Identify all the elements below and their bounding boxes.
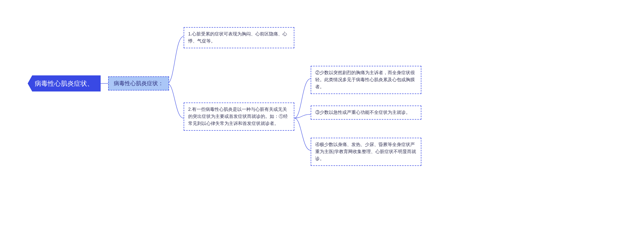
level1-label: 病毒性心肌炎症状： (114, 80, 164, 87)
mindmap-leaf-node-2[interactable]: 2.有一些病毒性心肌炎是以一种与心脏有关或无关的突出症状为主要或首发症状而就诊的… (184, 103, 294, 131)
leaf-label: 2.有一些病毒性心肌炎是以一种与心脏有关或无关的突出症状为主要或首发症状而就诊的… (188, 106, 290, 127)
leaf-label: ②少数以突然剧烈的胸痛为主诉者，而全身症状很轻。此类情况多见于病毒性心肌炎累及心… (315, 69, 417, 90)
leaf-label: ④极少数以身痛、发热、少尿、昏厥等全身症状严重为主医|学教育网收集整理、心脏症状… (315, 141, 417, 162)
mindmap-leaf-node-5[interactable]: ④极少数以身痛、发热、少尿、昏厥等全身症状严重为主医|学教育网收集整理、心脏症状… (311, 138, 421, 166)
root-label: 病毒性心肌炎症状、 (35, 79, 94, 88)
mindmap-leaf-node-3[interactable]: ②少数以突然剧烈的胸痛为主诉者，而全身症状很轻。此类情况多见于病毒性心肌炎累及心… (311, 66, 421, 94)
mindmap-level1-node[interactable]: 病毒性心肌炎症状： (108, 76, 169, 90)
mindmap-root-node[interactable]: 病毒性心肌炎症状、 (28, 75, 101, 91)
leaf-label: 1.心脏受累的症状可表现为胸闷、心前区隐痛、心悸、气促等。 (188, 31, 290, 45)
mindmap-leaf-node-1[interactable]: 1.心脏受累的症状可表现为胸闷、心前区隐痛、心悸、气促等。 (184, 27, 294, 48)
mindmap-leaf-node-4[interactable]: ③少数以急性或严重心功能不全症状为主就诊。 (311, 106, 421, 120)
leaf-label: ③少数以急性或严重心功能不全症状为主就诊。 (315, 109, 410, 116)
